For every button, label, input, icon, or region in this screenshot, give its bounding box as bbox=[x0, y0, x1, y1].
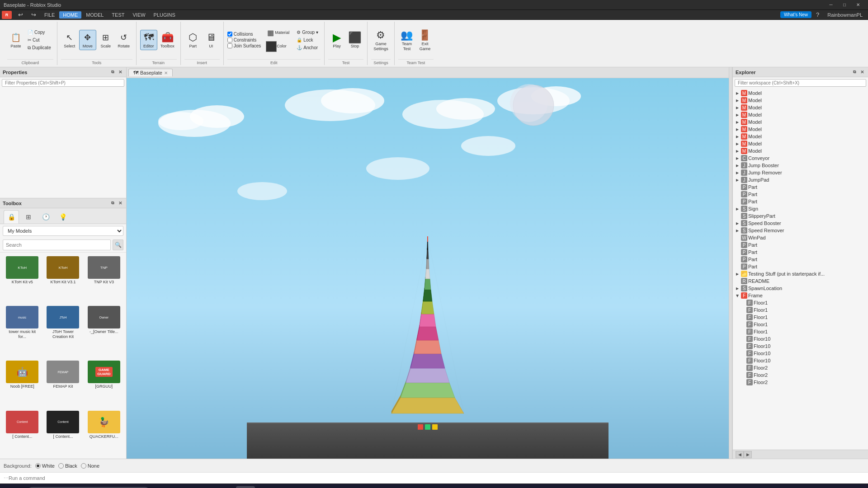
tree-item-part[interactable]: P Part bbox=[733, 256, 868, 263]
start-button[interactable]: ⊞ bbox=[2, 486, 24, 488]
tree-item-floor2[interactable]: F Floor2 bbox=[733, 379, 868, 386]
minimize-button[interactable]: ─ bbox=[825, 1, 837, 9]
tree-item-model[interactable]: M Model bbox=[733, 89, 868, 97]
tree-item-part[interactable]: P Part bbox=[733, 191, 868, 198]
tree-item-floor10[interactable]: F Floor10 bbox=[733, 350, 868, 357]
properties-close-button[interactable]: ✕ bbox=[117, 69, 123, 75]
tree-item-floor2[interactable]: F Floor2 bbox=[733, 371, 868, 379]
game-settings-button[interactable]: ⚙ GameSettings bbox=[371, 28, 391, 53]
tree-item-model[interactable]: M Model bbox=[733, 118, 868, 126]
menu-file[interactable]: FILE bbox=[41, 11, 58, 19]
toolbox-item[interactable]: 🦆 QUACKERFU... bbox=[85, 409, 123, 457]
tree-arrow[interactable] bbox=[735, 90, 740, 96]
taskbar-app-extra2[interactable]: 🍃 bbox=[375, 486, 394, 488]
menu-model[interactable]: MODEL bbox=[82, 11, 107, 19]
toolbox-button[interactable]: 🧰 Toolbox bbox=[158, 30, 177, 50]
tree-item-part[interactable]: P Part bbox=[733, 249, 868, 256]
tree-item-jump-remover[interactable]: J Jump Remover bbox=[733, 169, 868, 176]
tree-item-winpad[interactable]: W WinPad bbox=[733, 234, 868, 241]
properties-filter-input[interactable] bbox=[2, 79, 124, 87]
help-icon[interactable]: ? bbox=[812, 10, 823, 19]
lock-button[interactable]: 🔒 Lock bbox=[294, 37, 321, 43]
viewport-canvas[interactable] bbox=[127, 78, 729, 459]
explorer-filter-input[interactable] bbox=[735, 79, 866, 87]
tree-item-part[interactable]: P Part bbox=[733, 263, 868, 270]
toolbox-item[interactable]: Owner -_[Owner Title... bbox=[85, 304, 123, 357]
toolbox-tab-clock[interactable]: 🕐 bbox=[38, 210, 53, 224]
tree-item-floor1[interactable]: F Floor1 bbox=[733, 328, 868, 335]
tree-item-jump-booster[interactable]: J Jump Booster bbox=[733, 162, 868, 169]
toolbox-item[interactable]: 🤖 Noob [FREE] bbox=[3, 359, 42, 407]
play-button[interactable]: ▶ Play bbox=[328, 30, 345, 50]
toolbox-item[interactable]: music tower music kit for... bbox=[3, 304, 42, 357]
tree-item-slippery-part[interactable]: S SlipperyPart bbox=[733, 212, 868, 220]
toolbox-item[interactable]: Content [ Content... bbox=[3, 409, 42, 457]
tree-item-speed-booster[interactable]: S Speed Booster bbox=[733, 220, 868, 227]
terrain-editor-button[interactable]: 🗺 Editor bbox=[140, 30, 157, 50]
tree-arrow[interactable] bbox=[735, 286, 740, 291]
tree-item-sign[interactable]: S Sign bbox=[733, 205, 868, 212]
explorer-close-button[interactable]: ✕ bbox=[859, 69, 865, 75]
tree-item-readme[interactable]: R README bbox=[733, 277, 868, 285]
menu-home[interactable]: HOME bbox=[59, 11, 81, 19]
properties-expand-button[interactable]: ⧉ bbox=[110, 69, 115, 75]
select-button[interactable]: ↖ Select bbox=[61, 30, 78, 50]
tree-item-conveyor[interactable]: C Conveyor bbox=[733, 155, 868, 162]
material-button[interactable]: ▦ Material bbox=[264, 27, 292, 39]
ui-button[interactable]: 🖥 UI bbox=[203, 30, 220, 50]
taskbar-app-chrome[interactable]: 🔶 bbox=[296, 486, 315, 488]
tree-item-jumppad[interactable]: J JumpPad bbox=[733, 176, 868, 183]
tree-arrow[interactable] bbox=[735, 148, 740, 154]
copy-button[interactable]: 📄 Copy bbox=[25, 29, 53, 36]
tree-item-floor10[interactable]: F Floor10 bbox=[733, 343, 868, 350]
color-button[interactable]: Color bbox=[264, 40, 292, 53]
stop-button[interactable]: ⬛ Stop bbox=[346, 30, 363, 50]
quick-access-redo[interactable]: ↪ bbox=[28, 10, 40, 19]
tree-item-part[interactable]: P Part bbox=[733, 241, 868, 249]
move-button[interactable]: ✥ Move bbox=[79, 30, 96, 50]
tree-arrow[interactable] bbox=[735, 119, 740, 125]
exit-game-button[interactable]: 🚪 ExitGame bbox=[416, 28, 434, 53]
tree-arrow[interactable] bbox=[735, 206, 740, 211]
toolbox-item[interactable]: Content [ Content... bbox=[43, 409, 82, 457]
taskbar-view-button[interactable]: ⊟ bbox=[154, 486, 173, 488]
toolbox-search-input[interactable] bbox=[3, 239, 111, 250]
tree-arrow[interactable] bbox=[735, 271, 740, 277]
tree-arrow[interactable] bbox=[735, 127, 740, 132]
viewport-tab-close[interactable]: ✕ bbox=[164, 70, 168, 75]
taskbar-app-roblox[interactable]: 🎮 bbox=[216, 486, 235, 488]
toolbox-tab-grid[interactable]: ⊞ bbox=[21, 210, 36, 224]
toolbox-item[interactable]: KToH KToH Kit v5 bbox=[3, 254, 42, 302]
toolbox-item[interactable]: FEMAP FEMAP Kit bbox=[43, 359, 82, 407]
tree-item-floor10[interactable]: F Floor10 bbox=[733, 335, 868, 343]
explorer-resize-handle[interactable] bbox=[729, 67, 732, 459]
group-button[interactable]: ⚙ Group ▾ bbox=[294, 29, 321, 36]
tree-item-part[interactable]: P Part bbox=[733, 198, 868, 205]
taskbar-app-edge[interactable]: 🌐 bbox=[196, 486, 215, 488]
tree-arrow[interactable] bbox=[735, 155, 740, 161]
tree-item-part[interactable]: P Part bbox=[733, 183, 868, 191]
taskbar-app-studio[interactable]: 🔵 bbox=[236, 486, 255, 488]
tree-arrow[interactable] bbox=[735, 170, 740, 175]
tree-arrow[interactable] bbox=[735, 141, 740, 146]
tree-item-spawn-location[interactable]: S SpawnLocation bbox=[733, 285, 868, 292]
background-none-radio[interactable] bbox=[81, 463, 86, 469]
viewport-tab-baseplate[interactable]: 🗺 Baseplate ✕ bbox=[128, 69, 173, 76]
menu-plugins[interactable]: PLUGINS bbox=[150, 11, 179, 19]
anchor-button[interactable]: ⚓ Anchor bbox=[294, 44, 321, 51]
menu-test[interactable]: TEST bbox=[108, 11, 128, 19]
background-black-option[interactable]: Black bbox=[58, 463, 77, 469]
background-white-option[interactable]: White bbox=[35, 463, 55, 469]
tree-item-floor1[interactable]: F Floor1 bbox=[733, 306, 868, 314]
tree-arrow[interactable] bbox=[735, 221, 740, 226]
paste-button[interactable]: 📋 Paste bbox=[7, 30, 24, 50]
toolbox-item[interactable]: KToH KToH Kit V3.1 bbox=[43, 254, 82, 302]
taskbar-app-game[interactable]: 🎯 bbox=[335, 486, 354, 488]
tree-arrow[interactable] bbox=[735, 293, 740, 298]
toolbox-item[interactable]: JToH JToH Tower Creation Kit bbox=[43, 304, 82, 357]
collisions-checkbox[interactable]: Collisions bbox=[227, 32, 261, 37]
tree-arrow[interactable] bbox=[735, 177, 740, 183]
cut-button[interactable]: ✂ Cut bbox=[25, 37, 53, 43]
taskbar-app-steam[interactable]: 🟢 bbox=[256, 486, 275, 488]
close-button[interactable]: ✕ bbox=[852, 1, 864, 9]
